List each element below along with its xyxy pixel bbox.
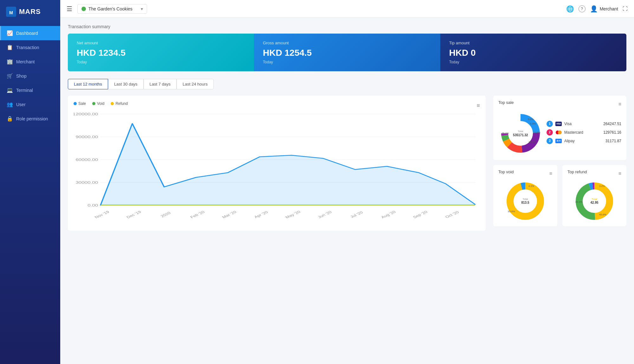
svg-text:Sep '20: Sep '20 [412, 210, 429, 219]
svg-text:Apr '20: Apr '20 [253, 210, 269, 219]
svg-text:813.5: 813.5 [521, 201, 529, 204]
top-void-header: Top void ≡ [498, 169, 552, 177]
svg-text:Feb '20: Feb '20 [189, 210, 206, 219]
rank-3: 3 [547, 138, 553, 144]
svg-text:Jun '20: Jun '20 [317, 210, 333, 219]
role-icon: 🔒 [7, 116, 13, 122]
tab-12months[interactable]: Last 12 months [68, 79, 108, 89]
rank-1: 1 [547, 121, 553, 127]
sidebar-item-dashboard[interactable]: 📈 Dashboard [0, 26, 60, 40]
user-icon: 👥 [7, 101, 13, 107]
svg-text:3.2%: 3.2% [599, 185, 605, 188]
visa-icon: VISA [555, 122, 562, 126]
sidebar-item-shop[interactable]: 🛒 Shop [0, 69, 60, 83]
svg-text:4.2%: 4.2% [528, 185, 534, 188]
top-void-menu-icon[interactable]: ≡ [549, 171, 552, 176]
visa-name: Visa [564, 122, 601, 126]
sidebar-item-label: Merchant [16, 59, 35, 64]
refund-dot [111, 102, 114, 105]
user-avatar-icon: 👤 [590, 5, 598, 13]
legend-item-visa: 1 VISA Visa 264247.51 [547, 121, 621, 127]
help-icon[interactable]: ? [579, 5, 585, 12]
svg-text:Mar '20: Mar '20 [221, 210, 237, 219]
tip-amount-value: HKD 0 [449, 48, 618, 58]
void-label: Void [97, 101, 104, 106]
main-content: ☰ The Garden's Cookies ▾ 🌐 ? 👤 Merchant … [60, 0, 634, 364]
top-refund-donut: Total 42.95 3.2% 49.3% 45.6% [574, 181, 615, 222]
svg-text:42.95: 42.95 [590, 201, 598, 204]
charts-area: Sale Void Refund ≡ [68, 96, 626, 231]
menu-icon[interactable]: ☰ [67, 5, 72, 13]
visa-value: 264247.51 [603, 122, 621, 126]
top-sale-menu-icon[interactable]: ≡ [618, 101, 621, 107]
tip-amount-period: Today [449, 60, 618, 64]
tab-24hours[interactable]: Last 24 hours [177, 79, 214, 89]
logo-icon: M [5, 6, 17, 18]
sidebar-nav: 📈 Dashboard 📋 Transaction 🏢 Merchant 🛒 S… [0, 23, 60, 126]
transaction-icon: 📋 [7, 44, 13, 50]
top-sale-donut: Total 535171.32 5.0% 5.8% 13.6% 24.2% 49… [498, 111, 543, 156]
top-void-donut: Total 813.5 4.2% 95.8% [505, 181, 546, 222]
sidebar: M MARS 📈 Dashboard 📋 Transaction 🏢 Merch… [0, 0, 60, 364]
tab-7days[interactable]: Last 7 days [144, 79, 177, 89]
top-sale-body: Total 535171.32 5.0% 5.8% 13.6% 24.2% 49… [498, 111, 621, 156]
svg-text:M: M [9, 10, 13, 15]
rank-2: 2 [547, 129, 553, 136]
svg-text:Total: Total [523, 198, 528, 201]
alipay-value: 31171.87 [605, 139, 621, 143]
top-sale-title: Top sale [498, 100, 514, 105]
gross-amount-value: HKD 1254.5 [263, 48, 431, 58]
user-menu[interactable]: 👤 Merchant [590, 5, 618, 13]
svg-text:Aug '20: Aug '20 [380, 210, 397, 219]
top-refund-menu-icon[interactable]: ≡ [618, 171, 621, 176]
mastercard-icon [555, 130, 562, 135]
top-sale-legend: 1 VISA Visa 264247.51 2 [547, 121, 621, 146]
store-status-dot [81, 7, 86, 11]
svg-text:May '20: May '20 [284, 210, 301, 219]
top-void-title: Top void [498, 169, 514, 174]
store-selector[interactable]: The Garden's Cookies ▾ [77, 4, 147, 14]
svg-text:Total: Total [592, 198, 597, 201]
sidebar-item-label: Shop [16, 73, 27, 79]
globe-icon[interactable]: 🌐 [566, 5, 574, 13]
line-chart-svg: 120000.00 90000.00 60000.00 30000.00 0.0… [74, 111, 480, 225]
svg-text:5.8%: 5.8% [530, 122, 536, 125]
sidebar-item-merchant[interactable]: 🏢 Merchant [0, 54, 60, 69]
store-name: The Garden's Cookies [88, 6, 133, 11]
top-refund-title: Top refund [567, 169, 587, 174]
void-dot [92, 102, 95, 105]
chart-legend: Sale Void Refund [74, 101, 128, 106]
svg-text:0.00: 0.00 [87, 203, 98, 207]
legend-item-alipay: 3 支付 Alipay 31171.87 [547, 138, 621, 144]
legend-sale: Sale [74, 101, 86, 106]
svg-text:Total: Total [518, 130, 523, 133]
sidebar-item-user[interactable]: 👥 User [0, 97, 60, 112]
tab-30days[interactable]: Last 30 days [108, 79, 144, 89]
dashboard-content: Transaction summary Net amount HKD 1234.… [60, 18, 634, 364]
sidebar-item-terminal[interactable]: 💻 Terminal [0, 83, 60, 97]
terminal-icon: 💻 [7, 87, 13, 93]
legend-item-mastercard: 2 Mastercard 129761.16 [547, 129, 621, 136]
svg-text:45.6%: 45.6% [599, 213, 606, 216]
net-amount-label: Net amount [77, 41, 245, 45]
net-amount-value: HKD 1234.5 [77, 48, 245, 58]
user-name: Merchant [600, 6, 618, 11]
mastercard-value: 129761.16 [603, 130, 621, 135]
bottom-donut-row: Top void ≡ Total 813.5 [493, 165, 626, 226]
top-void-card: Top void ≡ Total 813.5 [493, 165, 557, 226]
line-chart-menu-icon[interactable]: ≡ [476, 102, 480, 109]
line-chart-header: Sale Void Refund ≡ [74, 101, 480, 110]
net-amount-period: Today [77, 60, 245, 64]
sidebar-item-role[interactable]: 🔒 Role permission [0, 112, 60, 126]
svg-text:535171.32: 535171.32 [513, 133, 528, 137]
svg-text:2020: 2020 [159, 211, 171, 218]
chevron-down-icon: ▾ [141, 6, 143, 11]
sale-dot [74, 102, 77, 105]
fullscreen-icon[interactable]: ⛶ [623, 6, 628, 12]
sidebar-item-transaction[interactable]: 📋 Transaction [0, 40, 60, 54]
tip-amount-label: Tip amount [449, 41, 618, 45]
svg-text:120000.00: 120000.00 [74, 112, 98, 116]
alipay-name: Alipay [564, 139, 603, 143]
legend-void: Void [92, 101, 104, 106]
dashboard-icon: 📈 [7, 30, 13, 36]
